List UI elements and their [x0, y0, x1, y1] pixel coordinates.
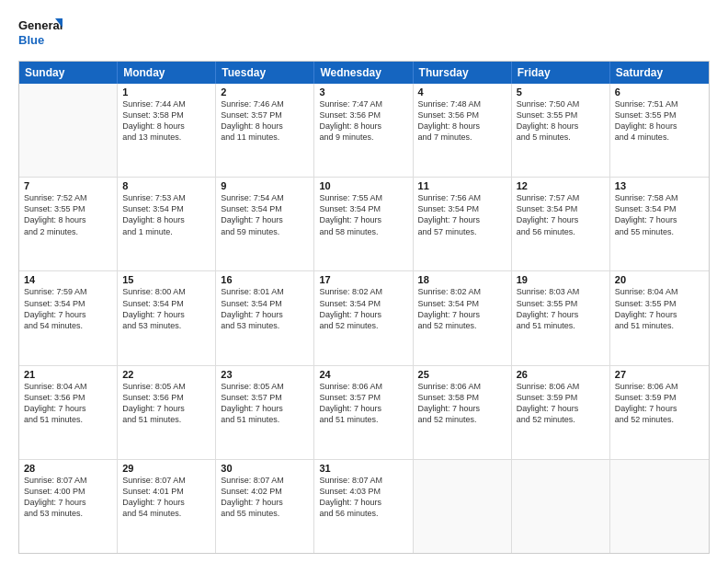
cal-cell-5-6: [512, 460, 610, 553]
cal-cell-4-1: 21Sunrise: 8:04 AM Sunset: 3:56 PM Dayli…: [19, 366, 118, 459]
cal-cell-3-5: 18Sunrise: 8:02 AM Sunset: 3:54 PM Dayli…: [414, 271, 512, 364]
cell-info: Sunrise: 8:07 AM Sunset: 4:00 PM Dayligh…: [24, 475, 112, 520]
cal-cell-1-3: 2Sunrise: 7:46 AM Sunset: 3:57 PM Daylig…: [216, 84, 314, 177]
cell-info: Sunrise: 7:54 AM Sunset: 3:54 PM Dayligh…: [221, 192, 309, 237]
cal-cell-2-3: 9Sunrise: 7:54 AM Sunset: 3:54 PM Daylig…: [216, 178, 314, 270]
cal-cell-3-4: 17Sunrise: 8:02 AM Sunset: 3:54 PM Dayli…: [314, 271, 413, 364]
day-number: 4: [418, 86, 506, 98]
header-day-friday: Friday: [512, 62, 610, 84]
cal-cell-1-1: [19, 84, 118, 177]
week-row-4: 21Sunrise: 8:04 AM Sunset: 3:56 PM Dayli…: [19, 365, 709, 459]
cal-cell-2-7: 13Sunrise: 7:58 AM Sunset: 3:54 PM Dayli…: [610, 178, 709, 270]
cell-info: Sunrise: 7:51 AM Sunset: 3:55 PM Dayligh…: [615, 98, 704, 144]
cal-cell-4-4: 24Sunrise: 8:06 AM Sunset: 3:57 PM Dayli…: [314, 366, 413, 459]
week-row-3: 14Sunrise: 7:59 AM Sunset: 3:54 PM Dayli…: [19, 270, 709, 364]
day-number: 11: [418, 180, 506, 191]
page: General Blue SundayMondayTuesdayWednesda…: [0, 0, 728, 563]
svg-text:Blue: Blue: [18, 33, 44, 47]
cell-info: Sunrise: 7:58 AM Sunset: 3:54 PM Dayligh…: [615, 192, 704, 237]
day-number: 12: [517, 180, 605, 191]
day-number: 24: [319, 369, 407, 380]
cell-info: Sunrise: 8:01 AM Sunset: 3:54 PM Dayligh…: [221, 286, 309, 331]
day-number: 25: [418, 369, 506, 380]
cell-info: Sunrise: 8:03 AM Sunset: 3:55 PM Dayligh…: [517, 286, 605, 331]
day-number: 2: [221, 86, 309, 98]
cal-cell-5-5: [414, 460, 512, 553]
cell-info: Sunrise: 8:05 AM Sunset: 3:57 PM Dayligh…: [221, 381, 309, 426]
cell-info: Sunrise: 7:56 AM Sunset: 3:54 PM Dayligh…: [418, 192, 506, 237]
cal-cell-2-5: 11Sunrise: 7:56 AM Sunset: 3:54 PM Dayli…: [414, 178, 512, 270]
header-day-wednesday: Wednesday: [314, 62, 413, 84]
week-row-2: 7Sunrise: 7:52 AM Sunset: 3:55 PM Daylig…: [19, 177, 709, 270]
day-number: 7: [24, 180, 112, 191]
header-day-sunday: Sunday: [19, 62, 118, 84]
cal-cell-5-3: 30Sunrise: 8:07 AM Sunset: 4:02 PM Dayli…: [216, 460, 314, 553]
header: General Blue: [18, 15, 710, 52]
cal-cell-2-4: 10Sunrise: 7:55 AM Sunset: 3:54 PM Dayli…: [314, 178, 413, 270]
cal-cell-3-1: 14Sunrise: 7:59 AM Sunset: 3:54 PM Dayli…: [19, 271, 118, 364]
cell-info: Sunrise: 8:00 AM Sunset: 3:54 PM Dayligh…: [122, 286, 210, 331]
day-number: 29: [122, 463, 210, 474]
header-day-saturday: Saturday: [610, 62, 709, 84]
cal-cell-3-2: 15Sunrise: 8:00 AM Sunset: 3:54 PM Dayli…: [118, 271, 216, 364]
cal-cell-4-5: 25Sunrise: 8:06 AM Sunset: 3:58 PM Dayli…: [414, 366, 512, 459]
cell-info: Sunrise: 7:55 AM Sunset: 3:54 PM Dayligh…: [319, 192, 407, 237]
cell-info: Sunrise: 7:59 AM Sunset: 3:54 PM Dayligh…: [24, 286, 112, 331]
cal-cell-1-5: 4Sunrise: 7:48 AM Sunset: 3:56 PM Daylig…: [414, 84, 512, 177]
cell-info: Sunrise: 7:53 AM Sunset: 3:54 PM Dayligh…: [122, 192, 210, 237]
day-number: 22: [122, 369, 210, 380]
cell-info: Sunrise: 8:07 AM Sunset: 4:03 PM Dayligh…: [319, 475, 407, 520]
cell-info: Sunrise: 8:06 AM Sunset: 3:59 PM Dayligh…: [615, 381, 704, 426]
cal-cell-3-6: 19Sunrise: 8:03 AM Sunset: 3:55 PM Dayli…: [512, 271, 610, 364]
cal-cell-1-4: 3Sunrise: 7:47 AM Sunset: 3:56 PM Daylig…: [314, 84, 413, 177]
day-number: 6: [615, 86, 704, 98]
header-day-thursday: Thursday: [414, 62, 512, 84]
cal-cell-4-2: 22Sunrise: 8:05 AM Sunset: 3:56 PM Dayli…: [118, 366, 216, 459]
day-number: 21: [24, 369, 112, 380]
logo-svg: General Blue: [18, 15, 63, 52]
cal-cell-2-6: 12Sunrise: 7:57 AM Sunset: 3:54 PM Dayli…: [512, 178, 610, 270]
calendar-header: SundayMondayTuesdayWednesdayThursdayFrid…: [19, 62, 709, 84]
week-row-1: 1Sunrise: 7:44 AM Sunset: 3:58 PM Daylig…: [19, 84, 709, 177]
cal-cell-5-7: [610, 460, 709, 553]
cal-cell-5-1: 28Sunrise: 8:07 AM Sunset: 4:00 PM Dayli…: [19, 460, 118, 553]
calendar-body: 1Sunrise: 7:44 AM Sunset: 3:58 PM Daylig…: [19, 84, 709, 553]
logo: General Blue: [18, 15, 63, 52]
cal-cell-2-1: 7Sunrise: 7:52 AM Sunset: 3:55 PM Daylig…: [19, 178, 118, 270]
cell-info: Sunrise: 8:05 AM Sunset: 3:56 PM Dayligh…: [122, 381, 210, 426]
cell-info: Sunrise: 8:02 AM Sunset: 3:54 PM Dayligh…: [418, 286, 506, 331]
cell-info: Sunrise: 7:50 AM Sunset: 3:55 PM Dayligh…: [517, 98, 605, 144]
day-number: 10: [319, 180, 407, 191]
cal-cell-5-4: 31Sunrise: 8:07 AM Sunset: 4:03 PM Dayli…: [314, 460, 413, 553]
cal-cell-1-2: 1Sunrise: 7:44 AM Sunset: 3:58 PM Daylig…: [118, 84, 216, 177]
cell-info: Sunrise: 7:47 AM Sunset: 3:56 PM Dayligh…: [319, 98, 407, 144]
cal-cell-5-2: 29Sunrise: 8:07 AM Sunset: 4:01 PM Dayli…: [118, 460, 216, 553]
day-number: 14: [24, 274, 112, 285]
cell-info: Sunrise: 8:06 AM Sunset: 3:58 PM Dayligh…: [418, 381, 506, 426]
cal-cell-1-6: 5Sunrise: 7:50 AM Sunset: 3:55 PM Daylig…: [512, 84, 610, 177]
day-number: 31: [319, 463, 407, 474]
svg-text:General: General: [18, 18, 63, 32]
day-number: 18: [418, 274, 506, 285]
cell-info: Sunrise: 7:44 AM Sunset: 3:58 PM Dayligh…: [122, 98, 210, 144]
cell-info: Sunrise: 8:06 AM Sunset: 3:59 PM Dayligh…: [517, 381, 605, 426]
calendar: SundayMondayTuesdayWednesdayThursdayFrid…: [18, 61, 710, 554]
day-number: 13: [615, 180, 704, 191]
day-number: 20: [615, 274, 704, 285]
cell-info: Sunrise: 8:04 AM Sunset: 3:56 PM Dayligh…: [24, 381, 112, 426]
day-number: 15: [122, 274, 210, 285]
cal-cell-4-7: 27Sunrise: 8:06 AM Sunset: 3:59 PM Dayli…: [610, 366, 709, 459]
day-number: 8: [122, 180, 210, 191]
day-number: 30: [221, 463, 309, 474]
cell-info: Sunrise: 8:07 AM Sunset: 4:02 PM Dayligh…: [221, 475, 309, 520]
cal-cell-4-3: 23Sunrise: 8:05 AM Sunset: 3:57 PM Dayli…: [216, 366, 314, 459]
day-number: 5: [517, 86, 605, 98]
cal-cell-1-7: 6Sunrise: 7:51 AM Sunset: 3:55 PM Daylig…: [610, 84, 709, 177]
cell-info: Sunrise: 8:02 AM Sunset: 3:54 PM Dayligh…: [319, 286, 407, 331]
day-number: 9: [221, 180, 309, 191]
day-number: 26: [517, 369, 605, 380]
cell-info: Sunrise: 8:07 AM Sunset: 4:01 PM Dayligh…: [122, 475, 210, 520]
day-number: 16: [221, 274, 309, 285]
cell-info: Sunrise: 7:46 AM Sunset: 3:57 PM Dayligh…: [221, 98, 309, 144]
cell-info: Sunrise: 8:04 AM Sunset: 3:55 PM Dayligh…: [615, 286, 704, 331]
